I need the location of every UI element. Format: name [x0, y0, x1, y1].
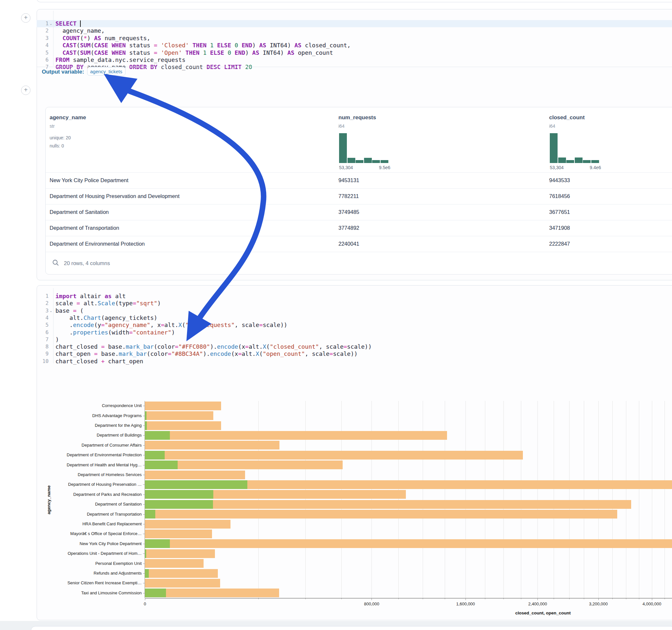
bar-open-count[interactable]: [145, 421, 147, 430]
line-number: 10: [37, 358, 49, 365]
bar-closed-count[interactable]: [145, 431, 447, 440]
y-axis-label: Mayorâ€ s Office of Special Enforce…: [0, 531, 142, 536]
x-axis-minor-tick: [554, 598, 554, 599]
bar-closed-count[interactable]: [145, 470, 245, 479]
line-number: 2: [37, 300, 49, 307]
line-number: 3: [37, 307, 49, 314]
bar-open-count[interactable]: [145, 411, 146, 420]
bar-closed-count[interactable]: [145, 451, 523, 460]
code-line[interactable]: 5 .encode(y="agency_name", x=alt.X("num_…: [37, 321, 672, 329]
bar-open-count[interactable]: [145, 588, 166, 597]
table-row[interactable]: Department of Sanitation37494853677651: [46, 204, 672, 220]
fold-chevron-icon[interactable]: ⌄: [49, 20, 52, 27]
code-line[interactable]: 1import altair as alt: [37, 293, 672, 300]
sql-code-editor[interactable]: 1⌄SELECT 2 agency_name,3 COUNT(*) AS num…: [37, 20, 672, 73]
y-axis-label: Operations Unit - Department of Hom…: [0, 551, 142, 556]
y-axis-label: Personal Exemption Unit: [0, 561, 142, 566]
cell-closed-count: 9443533: [549, 177, 570, 184]
gutter-separator: [53, 288, 53, 363]
bar-closed-count[interactable]: [145, 530, 212, 538]
table-row[interactable]: New York City Police Department945313194…: [46, 172, 672, 189]
bar-open-count[interactable]: [145, 569, 149, 578]
gridline: [503, 401, 504, 598]
code-line[interactable]: 4 CAST(SUM(CASE WHEN status = 'Closed' T…: [37, 42, 672, 49]
column-header-num-requests[interactable]: num_requests: [338, 114, 376, 121]
bar-closed-count[interactable]: [145, 421, 221, 430]
y-axis-label: Department of Transportation: [0, 512, 142, 517]
table-row[interactable]: Department of Housing Preservation and D…: [46, 188, 672, 204]
y-axis-title: agency_name: [46, 452, 51, 549]
code-line[interactable]: 8chart_closed = base.mark_bar(color="#FF…: [37, 343, 672, 350]
bar-closed-count[interactable]: [145, 402, 221, 410]
bar-closed-count[interactable]: [145, 500, 631, 509]
x-axis-tick: [465, 598, 466, 600]
bar-open-count[interactable]: [145, 451, 165, 460]
column-header-closed-count[interactable]: closed_count: [549, 114, 585, 121]
gridline: [341, 401, 342, 598]
bar-open-count[interactable]: [145, 480, 247, 489]
table-row[interactable]: Department of Environmental Protection22…: [46, 236, 672, 252]
y-axis-label: Correspondence Unit: [0, 403, 142, 408]
code-line[interactable]: 7): [37, 336, 672, 343]
code-line[interactable]: 3 COUNT(*) AS num_requests,: [37, 35, 672, 42]
cell-agency-name: Department of Environmental Protection: [50, 241, 145, 247]
cell-agency-name: Department of Transportation: [50, 225, 119, 231]
bar-closed-count[interactable]: [145, 510, 617, 518]
x-axis-tick: [145, 598, 145, 600]
bar-closed-count[interactable]: [145, 520, 231, 529]
bar-closed-count[interactable]: [145, 441, 280, 450]
code-line[interactable]: 6 .properties(width="container"): [37, 329, 672, 336]
gridline: [613, 401, 613, 598]
bar-closed-count[interactable]: [145, 559, 203, 568]
table-row[interactable]: Department of Transportation377489234719…: [46, 220, 672, 236]
bar-open-count[interactable]: [145, 500, 213, 509]
histogram-bar: [356, 160, 363, 163]
x-axis-minor-tick: [665, 598, 665, 599]
code-line[interactable]: 4 alt.Chart(agency_tickets): [37, 314, 672, 322]
table-footer: 20 rows, 4 columns: [46, 255, 672, 273]
gridline: [665, 401, 665, 598]
python-code-editor[interactable]: 1import altair as alt2scale = alt.Scale(…: [37, 293, 672, 366]
histogram-min-label: 53,304: [550, 165, 564, 170]
y-axis-label: DHS Advantage Programs: [0, 413, 142, 418]
bar-closed-count[interactable]: [145, 539, 672, 548]
code-line[interactable]: 7GROUP BY agency_name ORDER BY closed_co…: [37, 64, 672, 71]
code-line[interactable]: 2scale = alt.Scale(type="sqrt"): [37, 300, 672, 307]
search-icon[interactable]: [52, 259, 59, 266]
bar-closed-count[interactable]: [145, 579, 220, 587]
code-line[interactable]: 3⌄base = (: [37, 307, 672, 315]
gridline: [465, 401, 466, 598]
line-number: 1: [37, 293, 49, 300]
y-axis-label: Department of Sanitation: [0, 502, 142, 507]
add-cell-button-top[interactable]: +: [21, 13, 30, 23]
line-number: 9: [37, 350, 49, 358]
line-number: 7: [37, 336, 49, 343]
output-variable-pill[interactable]: agency_tickets: [87, 67, 125, 75]
bar-closed-count[interactable]: [145, 411, 213, 420]
code-line[interactable]: 5 CAST(SUM(CASE WHEN status = 'Open' THE…: [37, 49, 672, 57]
bar-open-count[interactable]: [145, 490, 213, 499]
bar-open-count[interactable]: [145, 539, 170, 548]
line-number: 2: [37, 27, 49, 34]
bar-open-count[interactable]: [145, 510, 155, 518]
code-line[interactable]: 2 agency_name,: [37, 27, 672, 35]
y-axis-label: Department of Housing Preservation …: [0, 482, 142, 487]
column-header-agency-name[interactable]: agency_name: [50, 114, 86, 121]
code-line[interactable]: 6FROM sample_data.nyc.service_requests: [37, 56, 672, 64]
bar-closed-count[interactable]: [145, 549, 215, 558]
fold-chevron-icon[interactable]: ⌄: [49, 307, 52, 314]
gridline: [652, 401, 652, 598]
code-line[interactable]: 9chart_open = base.mark_bar(color="#8BC3…: [37, 350, 672, 358]
row-column-count: 20 rows, 4 columns: [64, 260, 110, 266]
bar-open-count[interactable]: [145, 461, 178, 469]
cell-num-requests: 9453131: [338, 177, 359, 184]
bar-open-count[interactable]: [145, 431, 170, 440]
code-line[interactable]: 10chart_closed + chart_open: [37, 358, 672, 365]
gridline: [399, 401, 399, 598]
histogram-min-label: 53,304: [339, 165, 353, 170]
bar-closed-count[interactable]: [145, 569, 218, 578]
add-cell-button-output[interactable]: +: [21, 86, 30, 95]
code-line[interactable]: 1⌄SELECT: [37, 20, 672, 28]
line-number: 6: [37, 56, 49, 64]
bar-open-count[interactable]: [145, 549, 146, 558]
